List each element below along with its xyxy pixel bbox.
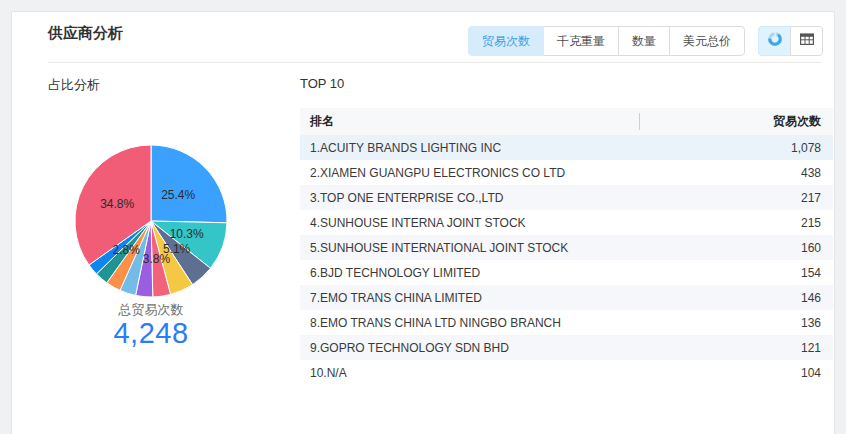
tab-usd-total[interactable]: 美元总价 — [669, 26, 745, 56]
pie-slice-label: 2.8% — [113, 243, 141, 257]
table-row[interactable]: 7.EMO TRANS CHINA LIMITED 146 — [300, 285, 833, 310]
table-row[interactable]: 6.BJD TECHNOLOGY LIMITED 154 — [300, 260, 833, 285]
proportion-section-title: 占比分析 — [48, 76, 100, 94]
chart-view-button[interactable] — [758, 26, 791, 56]
table-row[interactable]: 3.TOP ONE ENTERPRISE CO.,LTD 217 — [300, 185, 833, 210]
tab-trade-count[interactable]: 贸易次数 — [468, 26, 544, 56]
table-row[interactable]: 8.EMO TRANS CHINA LTD NINGBO BRANCH 136 — [300, 310, 833, 335]
tab-quantity[interactable]: 数量 — [618, 26, 670, 56]
page-title: 供应商分析 — [48, 24, 123, 43]
table-row[interactable]: 1.ACUITY BRANDS LIGHTING INC 1,078 — [300, 135, 833, 160]
pie-slice-label: 10.3% — [170, 227, 204, 241]
table-row[interactable]: 10.N/A 104 — [300, 360, 833, 385]
pie-slice-label: 3.8% — [143, 252, 171, 266]
table-header-row: 排名 贸易次数 — [300, 108, 833, 135]
column-header-trade-count: 贸易次数 — [773, 113, 833, 130]
table-row[interactable]: 4.SUNHOUSE INTERNA JOINT STOCK 215 — [300, 210, 833, 235]
supplier-analysis-panel: 供应商分析 贸易次数 千克重量 数量 美元总价 — [0, 0, 846, 434]
pie-slice-label: 34.8% — [100, 197, 134, 211]
header-divider — [48, 62, 822, 63]
pie-slice-label: 25.4% — [161, 188, 195, 202]
top10-section-title: TOP 10 — [300, 76, 344, 91]
supplier-pie-chart[interactable]: 25.4%10.3%5.1%3.8%2.8%34.8% — [61, 131, 241, 311]
pie-total-value: 4,248 — [51, 317, 251, 350]
pie-slice[interactable] — [151, 145, 227, 223]
table-view-button[interactable] — [790, 26, 823, 56]
column-header-rank: 排名 — [300, 113, 773, 130]
view-toggle-group — [758, 26, 823, 56]
pie-chart-icon — [767, 31, 783, 51]
metric-tab-group: 贸易次数 千克重量 数量 美元总价 — [468, 26, 745, 56]
table-row[interactable]: 9.GOPRO TECHNOLOGY SDN BHD 121 — [300, 335, 833, 360]
table-row[interactable]: 5.SUNHOUSE INTERNATIONAL JOINT STOCK 160 — [300, 235, 833, 260]
tab-kg-weight[interactable]: 千克重量 — [543, 26, 619, 56]
table-icon — [799, 31, 815, 51]
table-row[interactable]: 2.XIAMEN GUANGPU ELECTRONICS CO LTD 438 — [300, 160, 833, 185]
top10-table: 排名 贸易次数 1.ACUITY BRANDS LIGHTING INC 1,0… — [300, 108, 833, 385]
column-divider[interactable] — [639, 113, 640, 130]
